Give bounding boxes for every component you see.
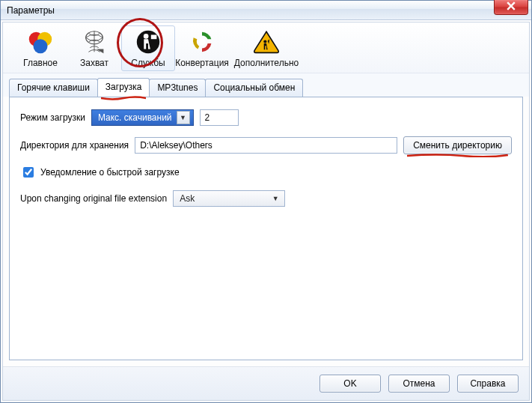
spheres-icon <box>26 28 55 56</box>
dialog-body: Главное Захват <box>2 22 530 401</box>
combo-value: Ask <box>180 193 195 204</box>
toolbar-item-label: Конвертация <box>175 58 229 68</box>
ok-button[interactable]: OK <box>319 375 381 393</box>
button-label: Сменить директорию <box>413 140 502 151</box>
toolbar-item-label: Захват <box>80 58 108 68</box>
checkbox-input[interactable] <box>23 167 34 178</box>
titlebar: Параметры Google <box>1 1 531 20</box>
dialog-window: Параметры Google Главное <box>0 0 532 403</box>
tab-mp3tunes[interactable]: MP3tunes <box>149 79 206 97</box>
button-label: Справка <box>470 378 505 389</box>
toolbar-item-label: Службы <box>131 58 165 68</box>
toolbar-item-label: Дополнительно <box>234 58 299 68</box>
tab-download[interactable]: Загрузка <box>97 78 150 97</box>
tab-panel-download: Режим загрузки Макс. скачиваний ▼ Директ… <box>9 97 523 360</box>
svg-point-5 <box>144 34 149 39</box>
checkbox-label: Уведомление о быстрой загрузке <box>40 167 180 178</box>
annotation-underline <box>101 92 147 97</box>
row-download-mode: Режим загрузки Макс. скачиваний ▼ <box>20 109 512 126</box>
svg-rect-6 <box>151 35 157 40</box>
toolbar-item-convert[interactable]: Конвертация <box>175 25 229 71</box>
ext-change-label: Upon changing original file extension <box>20 193 167 204</box>
toolbar-item-capture[interactable]: Захват <box>67 25 121 71</box>
toolbar-item-label: Главное <box>23 58 58 68</box>
svg-point-8 <box>263 40 266 43</box>
tab-hotkeys[interactable]: Горячие клавиши <box>9 79 98 97</box>
close-icon <box>507 1 516 13</box>
chevron-down-icon: ▼ <box>177 111 190 124</box>
toolbar-item-services[interactable]: Службы <box>121 25 175 71</box>
person-sign-icon <box>134 28 162 56</box>
row-extension-change: Upon changing original file extension As… <box>20 190 512 207</box>
help-button[interactable]: Справка <box>457 375 519 393</box>
chevron-down-icon: ▼ <box>269 193 281 204</box>
cancel-button[interactable]: Отмена <box>388 375 450 393</box>
warning-sign-icon <box>252 28 281 56</box>
dialog-footer: OK Отмена Справка <box>3 366 529 400</box>
button-label: Отмена <box>403 378 435 389</box>
directory-input[interactable] <box>135 137 397 154</box>
tab-label: Социальный обмен <box>213 82 295 93</box>
tab-label: Загрузка <box>106 82 142 92</box>
combo-value: Макс. скачиваний <box>98 112 172 123</box>
close-button[interactable] <box>494 0 528 15</box>
directory-label: Директория для хранения <box>20 140 129 151</box>
category-toolbar: Главное Захват <box>3 22 529 73</box>
download-mode-label: Режим загрузки <box>20 112 85 123</box>
tab-label: Горячие клавиши <box>17 82 90 93</box>
fast-notify-checkbox[interactable]: Уведомление о быстрой загрузке <box>20 165 512 180</box>
tab-social[interactable]: Социальный обмен <box>205 79 303 97</box>
download-mode-combo[interactable]: Макс. скачиваний ▼ <box>91 109 194 126</box>
svg-point-7 <box>198 38 206 46</box>
window-title: Параметры <box>7 5 55 16</box>
recycle-arrows-icon <box>188 28 216 56</box>
svg-point-2 <box>34 39 48 53</box>
change-directory-button[interactable]: Сменить директорию <box>403 136 512 154</box>
globe-net-icon <box>80 28 108 56</box>
button-label: OK <box>343 378 356 389</box>
row-directory: Директория для хранения Сменить директор… <box>20 136 512 154</box>
tab-label: MP3tunes <box>157 82 198 93</box>
toolbar-item-extra[interactable]: Дополнительно <box>229 25 304 71</box>
toolbar-item-main[interactable]: Главное <box>13 25 67 71</box>
max-downloads-input[interactable] <box>200 109 239 126</box>
ext-change-combo[interactable]: Ask ▼ <box>173 190 285 207</box>
tabstrip: Горячие клавиши Загрузка MP3tunes Социал… <box>3 73 529 97</box>
